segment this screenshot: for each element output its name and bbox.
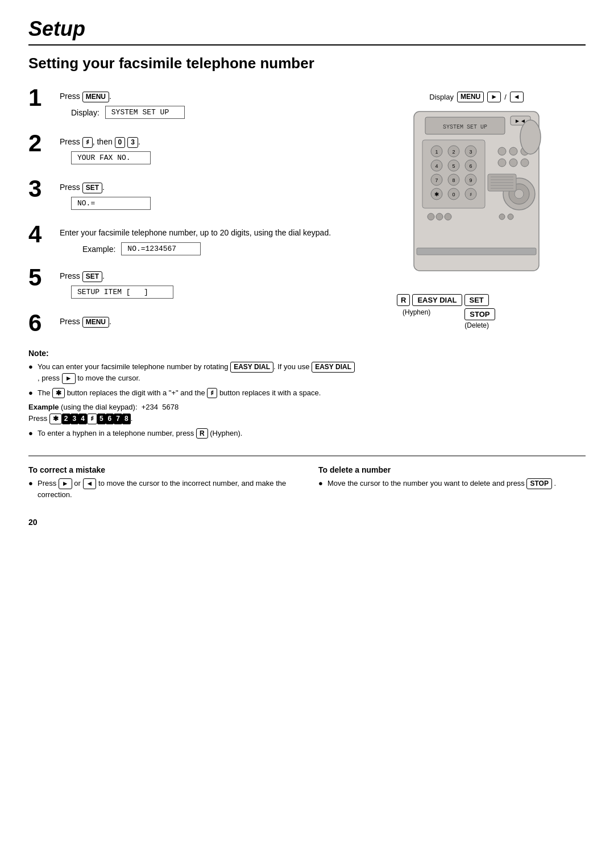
svg-text:4: 4 <box>435 163 438 169</box>
correct-mistake-text: Press ► or ◄ to move the cursor to the i… <box>38 478 296 500</box>
step-3: 3 Press SET. NO.= <box>28 177 356 212</box>
fax-labels-row: (Hyphen) STOP (Delete) <box>397 308 556 329</box>
svg-point-41 <box>445 213 451 220</box>
three-key: 3 <box>127 137 138 148</box>
correct-mistake-item: ● Press ► or ◄ to move the cursor to the… <box>28 478 296 500</box>
step-2-number: 2 <box>28 131 60 155</box>
svg-text:1: 1 <box>435 149 438 155</box>
delete-number-text: Move the cursor to the number you want t… <box>327 478 556 489</box>
zero-key: 0 <box>115 137 126 148</box>
fax-top-row: Display MENU ► / ◄ <box>429 92 523 102</box>
bullet-correct: ● <box>28 478 35 489</box>
fax-arrow-left-key: ◄ <box>510 92 524 102</box>
fax-diagram-column: Display MENU ► / ◄ SYSTEM SET UP ►◄ <box>367 86 586 442</box>
note-text-3: Example (using the dial keypad): +234 56… <box>28 402 356 424</box>
bottom-section: To correct a mistake ● Press ► or ◄ to m… <box>28 456 586 500</box>
svg-rect-45 <box>417 248 536 255</box>
delete-label: (Delete) <box>464 321 489 329</box>
arrow-right-correct: ► <box>59 478 72 489</box>
svg-text:SYSTEM SET UP: SYSTEM SET UP <box>443 124 487 130</box>
seven-key-ex: 7 <box>114 414 122 424</box>
svg-point-40 <box>436 213 443 220</box>
four-key-ex: 4 <box>78 414 87 424</box>
arrow-right-key-note1: ► <box>62 373 76 384</box>
note-text-1: You can enter your facsimile telephone n… <box>38 361 356 384</box>
stop-button: STOP <box>464 308 495 320</box>
page-title: Setup <box>28 17 586 46</box>
three-key-ex: 3 <box>70 414 79 424</box>
svg-point-42 <box>499 214 505 220</box>
svg-text:2: 2 <box>452 149 455 155</box>
set-button: SET <box>464 294 489 306</box>
step-3-text: Press SET. <box>60 181 356 193</box>
bottom-col-left: To correct a mistake ● Press ► or ◄ to m… <box>28 465 296 500</box>
step-2: 2 Press ♯, then 0 3. YOUR FAX NO. <box>28 131 356 167</box>
svg-text:5: 5 <box>452 163 455 169</box>
step-4-example-row: Example: NO.=1234567 <box>82 242 356 255</box>
note-title: Note: <box>28 349 356 358</box>
svg-point-39 <box>428 213 434 220</box>
example-label: Example: <box>82 245 115 254</box>
step-6-number: 6 <box>28 311 60 335</box>
step-2-content: Press ♯, then 0 3. YOUR FAX NO. <box>60 131 356 167</box>
display-box-2: YOUR FAX NO. <box>71 151 151 164</box>
six-key-ex: 6 <box>106 414 114 424</box>
steps-column: 1 Press MENU. Display: SYSTEM SET UP 2 P… <box>28 86 356 442</box>
stop-area: STOP (Delete) <box>464 308 495 329</box>
five-key-ex: 5 <box>97 414 106 424</box>
svg-text:8: 8 <box>452 177 455 183</box>
note-text-4: To enter a hyphen in a telephone number,… <box>38 428 356 439</box>
fax-display-label: Display <box>429 93 454 101</box>
fax-illustration: SYSTEM SET UP ►◄ 1 2 3 4 <box>397 106 556 290</box>
step-6-content: Press MENU. <box>60 311 356 331</box>
note-item-4: ● To enter a hyphen in a telephone numbe… <box>28 428 356 439</box>
svg-point-43 <box>508 214 513 220</box>
note-item-2: ● The ✱ button replaces the digit with a… <box>28 387 356 399</box>
step-5-number: 5 <box>28 266 60 290</box>
svg-point-34 <box>509 159 517 167</box>
arrow-left-correct: ◄ <box>83 478 97 489</box>
step-2-display-row: YOUR FAX NO. <box>71 151 356 164</box>
display-label-1: Display: <box>71 108 99 117</box>
bullet-4: ● <box>28 428 35 439</box>
note-section: Note: ● You can enter your facsimile tel… <box>28 349 356 439</box>
step-5: 5 Press SET. SETUP ITEM [ ] <box>28 266 356 301</box>
svg-point-30 <box>498 147 506 155</box>
step-5-display-row: SETUP ITEM [ ] <box>71 286 356 299</box>
bottom-col-right: To delete a number ● Move the cursor to … <box>318 465 586 500</box>
svg-point-44 <box>520 120 541 154</box>
star-key-note2: ✱ <box>52 388 65 399</box>
menu-key-1: MENU <box>82 92 109 102</box>
easy-dial-button: EASY DIAL <box>412 294 462 306</box>
bullet-delete: ● <box>318 478 325 489</box>
display-box-1: SYSTEM SET UP <box>105 106 185 119</box>
delete-number-title: To delete a number <box>318 465 586 474</box>
step-5-content: Press SET. SETUP ITEM [ ] <box>60 266 356 301</box>
display-box-4: NO.=1234567 <box>121 242 201 255</box>
set-key-5: SET <box>82 271 102 282</box>
fax-menu-key: MENU <box>457 92 484 102</box>
step-3-content: Press SET. NO.= <box>60 177 356 212</box>
delete-number-item: ● Move the cursor to the number you want… <box>318 478 586 489</box>
bullet-1: ● <box>28 361 35 373</box>
step-2-text: Press ♯, then 0 3. <box>60 136 356 148</box>
svg-text:3: 3 <box>469 149 472 155</box>
easy-dial-key-note1b: EASY DIAL <box>312 362 355 373</box>
section-heading: Setting your facsimile telephone number <box>28 55 586 72</box>
step-4-text: Enter your facsimile telephone number, u… <box>60 227 356 239</box>
r-key-note4: R <box>196 428 208 439</box>
step-1: 1 Press MENU. Display: SYSTEM SET UP <box>28 86 356 121</box>
correct-mistake-title: To correct a mistake <box>28 465 296 474</box>
display-box-3: NO.= <box>71 197 151 210</box>
fax-arrow-right-key: ► <box>487 92 501 102</box>
hyphen-label: (Hyphen) <box>403 308 430 329</box>
step-1-display-row: Display: SYSTEM SET UP <box>71 106 356 119</box>
easy-dial-key-note1a: EASY DIAL <box>230 362 273 373</box>
step-6-text: Press MENU. <box>60 316 356 328</box>
svg-point-31 <box>509 147 517 155</box>
step-1-content: Press MENU. Display: SYSTEM SET UP <box>60 86 356 121</box>
svg-text:9: 9 <box>469 177 472 183</box>
fax-svg: SYSTEM SET UP ►◄ 1 2 3 4 <box>397 106 556 288</box>
r-button: R <box>397 294 410 306</box>
bullet-2: ● <box>28 387 35 399</box>
